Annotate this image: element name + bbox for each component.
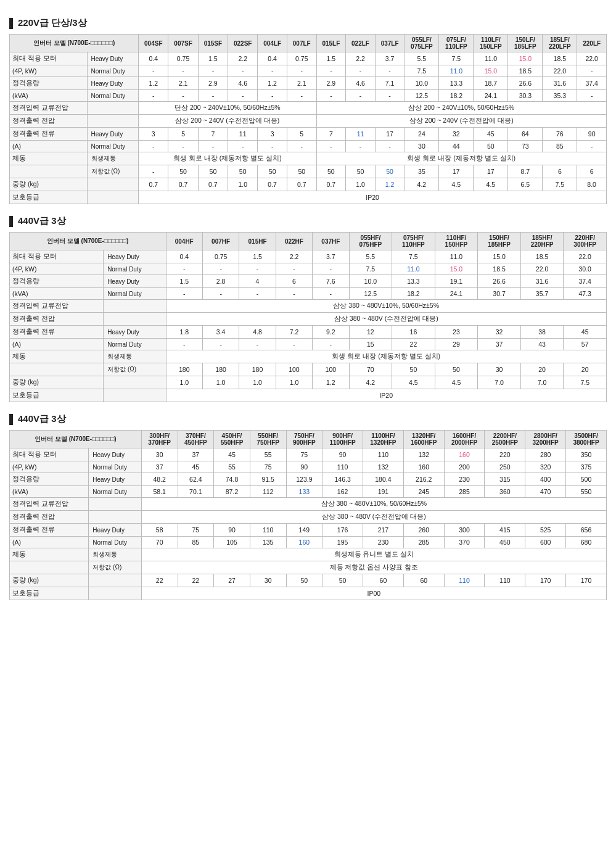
sub-label: Heavy Duty	[104, 250, 166, 263]
table-cell: -	[313, 339, 349, 350]
table-cell: -	[198, 141, 228, 152]
sub-label: Normal Duty	[89, 537, 142, 548]
table-cell: 4.6	[228, 77, 258, 90]
column-header: 055HF/075HFP	[349, 233, 392, 250]
table-cell: 191	[363, 486, 404, 498]
table-cell: 1.5	[316, 52, 346, 65]
column-header: 015HF	[239, 233, 276, 250]
table-cell: -	[239, 263, 276, 275]
table-cell: 162	[322, 486, 363, 498]
column-header: 004HF	[166, 233, 202, 250]
table-cell: 0.4	[258, 52, 287, 65]
table-cell: 22	[178, 574, 214, 587]
table-cell: 285	[444, 486, 485, 498]
full-value-left: 단상 200 ~ 240V±10%, 50/60Hz±5%	[139, 102, 316, 115]
table-cell: 9.2	[313, 326, 349, 339]
table-cell: 32	[439, 128, 474, 141]
table-cell: 450	[485, 537, 525, 548]
table-cell: 18.5	[508, 65, 543, 77]
table-cell: 6	[276, 275, 312, 288]
table-cell: 4.2	[405, 178, 439, 191]
table-cell: 22.0	[577, 52, 607, 65]
table-cell: 24	[405, 128, 439, 141]
table-cell: 44	[439, 141, 474, 152]
table-cell: 7.2	[276, 326, 312, 339]
table-cell: 105	[214, 537, 250, 548]
table-cell: 7.5	[564, 376, 607, 389]
table-cell: 350	[566, 448, 607, 461]
table-cell: 55	[250, 448, 286, 461]
sub-label: Heavy Duty	[104, 275, 166, 288]
table-cell: 50	[346, 165, 376, 178]
table-cell: 360	[485, 486, 525, 498]
table-cell: 600	[525, 537, 566, 548]
table-cell: 13.3	[439, 77, 474, 90]
section-title: 220V급 단상/3상	[9, 17, 607, 29]
table-cell: -	[577, 65, 607, 77]
table-cell: 170	[525, 574, 566, 587]
table-cell: -	[168, 141, 198, 152]
sub-label	[87, 115, 139, 128]
table-cell: 1.0	[239, 376, 276, 389]
table-cell: 73	[508, 141, 543, 152]
table-cell: 400	[525, 473, 566, 486]
sub-label: Normal Duty	[89, 486, 142, 498]
row-label: 최대 적용 모터	[10, 448, 89, 461]
table-cell: 180	[239, 363, 276, 376]
table-cell: 180	[166, 363, 202, 376]
table-cell: -	[276, 288, 312, 300]
full-value: IP00	[141, 587, 606, 600]
table-cell: 18.5	[520, 250, 564, 263]
table-cell: 76	[543, 128, 577, 141]
model-header: 인버터 모델 (N700E-□□□□□□)	[10, 233, 166, 250]
table-cell: 11	[228, 128, 258, 141]
row-label: 정격용량	[10, 275, 104, 288]
column-header: 3500HF/3800HFP	[566, 431, 607, 448]
table-cell: 220	[485, 448, 525, 461]
table-cell: 1.0	[202, 376, 239, 389]
row-label: 제동	[10, 350, 104, 363]
row-label: (kVA)	[10, 486, 89, 498]
table-cell: 50	[228, 165, 258, 178]
row-label: 정격입력 교류전압	[10, 300, 104, 313]
table-cell: 50	[286, 574, 322, 587]
table-cell: 12	[349, 326, 392, 339]
table-cell: 230	[444, 473, 485, 486]
column-header: 450HF/550HFP	[214, 431, 250, 448]
table-cell: 160	[444, 448, 485, 461]
section-title: 440V급 3상	[9, 215, 607, 227]
table-cell: 22.0	[520, 263, 564, 275]
row-label: 정격출력 전류	[10, 326, 104, 339]
table-cell: 375	[566, 461, 607, 473]
table-cell: 91.5	[250, 473, 286, 486]
table-cell: -	[375, 90, 405, 102]
table-cell: 30	[405, 141, 439, 152]
table-cell: 2.1	[168, 77, 198, 90]
sub-label: Normal Duty	[87, 65, 139, 77]
column-header: 022LF	[346, 35, 376, 52]
table-cell: 160	[403, 461, 444, 473]
sub-label: 회생제동	[104, 350, 166, 363]
sub-label	[89, 574, 142, 587]
row-label	[10, 561, 89, 574]
table-cell: 62.4	[178, 473, 214, 486]
full-value: 제동 저항값 옵션 사양표 참조	[141, 561, 606, 574]
table-cell: 60	[363, 574, 404, 587]
table-cell: 85	[178, 537, 214, 548]
table-cell: 1.0	[228, 178, 258, 191]
table-cell: 4.5	[439, 178, 474, 191]
table-cell: 10.0	[405, 77, 439, 90]
table-cell: 70	[349, 363, 392, 376]
column-header: 022SF	[228, 35, 258, 52]
table-cell: -	[287, 90, 316, 102]
column-header: 037HF	[313, 233, 349, 250]
table-cell: 133	[286, 486, 322, 498]
sub-label: Heavy Duty	[89, 473, 142, 486]
column-header: 220HF/300HFP	[564, 233, 607, 250]
table-cell: 1.2	[375, 178, 405, 191]
table-cell: -	[139, 65, 168, 77]
table-cell: 37	[178, 448, 214, 461]
row-label: (4P, kW)	[10, 65, 88, 77]
table-cell: 37	[141, 461, 178, 473]
row-label: 제동	[10, 548, 89, 561]
